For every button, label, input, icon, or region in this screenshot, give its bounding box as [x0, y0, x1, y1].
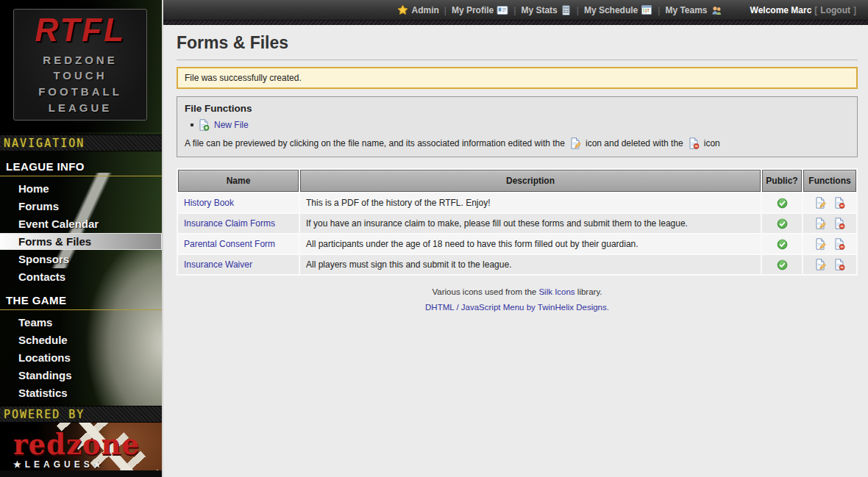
- page-delete-icon[interactable]: [833, 259, 845, 270]
- sidebar-nav-item[interactable]: Contacts: [0, 268, 162, 285]
- redzone-logo-subtext: ★LEAGUES★: [13, 459, 162, 470]
- accept-icon: [777, 259, 788, 270]
- league-logo-acronym: RTFL: [35, 14, 126, 46]
- powered-by-banner: POWERED BY: [0, 406, 162, 423]
- sidebar-bottom-bar: [0, 470, 162, 477]
- page-delete-icon[interactable]: [833, 197, 845, 209]
- page-edit-icon[interactable]: [814, 218, 826, 229]
- accept-icon: [777, 239, 788, 250]
- topbar-user-area: Welcome Marc [ Logout ]: [750, 5, 859, 15]
- redzone-logo-wordmark: redzone: [13, 430, 162, 459]
- topbar-separator: |: [513, 5, 516, 15]
- column-header-functions: Functions: [803, 170, 856, 192]
- bracket: [: [814, 5, 817, 15]
- sidebar-nav-item[interactable]: Home: [0, 180, 162, 197]
- file-functions-title: File Functions: [185, 103, 850, 114]
- vcard-icon: [497, 5, 508, 15]
- twinhelix-menu-link[interactable]: DHTML / JavaScript Menu by TwinHelix Des…: [425, 303, 609, 312]
- calculator-icon: [561, 4, 572, 16]
- welcome-text: Welcome Marc: [750, 5, 812, 15]
- column-header-public: Public?: [762, 170, 802, 192]
- page-delete-icon: [688, 137, 700, 149]
- page-edit-icon: [569, 137, 581, 149]
- page-edit-icon[interactable]: [814, 259, 826, 270]
- icons-credit-text: Various icons used from the: [433, 287, 537, 296]
- column-header-description: Description: [300, 170, 761, 192]
- topbar-item-my-stats[interactable]: My Stats: [521, 4, 571, 16]
- section-header-league-info: LEAGUE INFO: [0, 159, 162, 176]
- silk-icons-link[interactable]: Silk Icons: [538, 287, 574, 296]
- files-table-header-row: Name Description Public? Functions: [178, 170, 856, 192]
- page-title: Forms & Files: [177, 33, 858, 60]
- league-logo-text: REDZONE TOUCH FOOTBALL LEAGUE: [38, 52, 122, 116]
- calendar-icon: [641, 4, 652, 15]
- redzone-leagues-logo[interactable]: redzone ★LEAGUES★: [0, 423, 162, 470]
- sidebar-nav-item[interactable]: Locations: [0, 349, 162, 366]
- nav-section-the-game: THE GAME Teams Schedule Locations Standi…: [0, 285, 162, 401]
- file-name-link[interactable]: History Book: [184, 198, 234, 208]
- sidebar-nav-item[interactable]: Standings: [0, 367, 162, 384]
- file-description: All players must sign this and submit it…: [300, 255, 761, 274]
- file-functions-help: A file can be previewed by clicking on t…: [185, 137, 850, 149]
- file-functions-panel: File Functions New File A file can be pr…: [177, 96, 858, 157]
- page-footer: Various icons used from the Silk Icons l…: [177, 287, 858, 312]
- page-content: Forms & Files File was successfully crea…: [163, 25, 868, 477]
- file-name-link[interactable]: Insurance Claim Forms: [184, 218, 275, 229]
- flash-success-message: File was successfully created.: [177, 67, 858, 89]
- section-header-the-game: THE GAME: [0, 293, 162, 310]
- page-edit-icon[interactable]: [814, 238, 826, 250]
- page-add-icon: [198, 119, 210, 131]
- topbar: Admin | My Profile | My Stats | My Sched…: [163, 0, 868, 21]
- nav-section-league-info: LEAGUE INFO Home Forums Event Calendar F…: [0, 151, 162, 285]
- page-delete-icon[interactable]: [833, 238, 845, 250]
- file-description: This is a PDF of the history of the RTFL…: [300, 193, 761, 212]
- page-edit-icon[interactable]: [814, 197, 826, 209]
- sidebar: RTFL REDZONE TOUCH FOOTBALL LEAGUE NAVIG…: [0, 0, 163, 477]
- table-row: Insurance Claim Forms If you have an ins…: [178, 214, 856, 233]
- new-file-link[interactable]: New File: [214, 120, 249, 130]
- column-header-name: Name: [178, 170, 299, 192]
- table-row: Insurance Waiver All players must sign t…: [178, 255, 856, 274]
- list-bullet: [191, 123, 193, 126]
- file-description: If you have an insurance claim to make, …: [300, 214, 761, 233]
- page-delete-icon[interactable]: [833, 218, 845, 229]
- accept-icon: [777, 218, 788, 229]
- accept-icon: [777, 198, 788, 209]
- topbar-item-admin[interactable]: Admin: [397, 4, 438, 15]
- topbar-item-my-schedule[interactable]: My Schedule: [584, 4, 652, 15]
- topbar-separator: |: [444, 5, 447, 15]
- topbar-item-my-teams[interactable]: My Teams: [665, 4, 722, 16]
- star-icon: [397, 4, 408, 15]
- table-row: History Book This is a PDF of the histor…: [178, 193, 856, 212]
- logout-link[interactable]: Logout: [820, 5, 850, 15]
- sidebar-nav-item[interactable]: Forums: [0, 198, 162, 215]
- sidebar-nav-item[interactable]: Event Calendar: [0, 215, 162, 232]
- topbar-separator: |: [658, 5, 660, 15]
- league-logo[interactable]: RTFL REDZONE TOUCH FOOTBALL LEAGUE: [13, 9, 147, 121]
- topbar-item-my-profile[interactable]: My Profile: [452, 5, 508, 15]
- new-file-row: New File: [191, 119, 850, 131]
- table-row: Parental Consent Form All participants u…: [178, 234, 856, 254]
- navigation-banner: NAVIGATION: [0, 135, 162, 151]
- sidebar-nav-item[interactable]: Forms & Files: [0, 233, 162, 250]
- sidebar-nav-item[interactable]: Schedule: [0, 331, 162, 348]
- sidebar-nav-item[interactable]: Sponsors: [0, 251, 162, 268]
- main-area: Admin | My Profile | My Stats | My Sched…: [163, 0, 868, 477]
- file-name-link[interactable]: Insurance Waiver: [184, 259, 252, 270]
- files-table: Name Description Public? Functions Histo…: [177, 168, 858, 276]
- sidebar-nav-item[interactable]: Statistics: [0, 384, 162, 401]
- bracket: ]: [853, 5, 856, 15]
- sidebar-nav-item[interactable]: Teams: [0, 314, 162, 331]
- file-description: All participants under the age of 18 nee…: [300, 234, 761, 254]
- topbar-separator: |: [577, 5, 579, 15]
- group-icon: [711, 4, 722, 16]
- file-name-link[interactable]: Parental Consent Form: [184, 239, 275, 249]
